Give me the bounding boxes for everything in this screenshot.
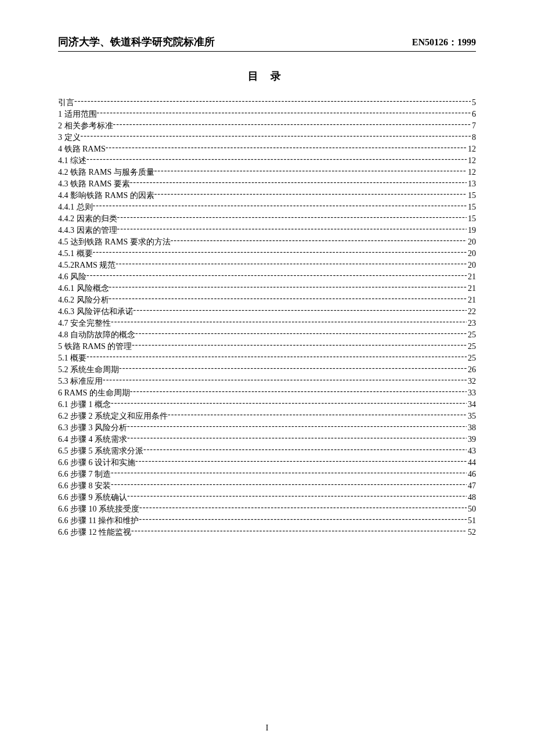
toc-leader [131, 527, 467, 535]
toc-leader [86, 352, 467, 361]
toc-leader [134, 306, 467, 314]
toc-entry-page: 38 [467, 424, 476, 432]
toc-leader [93, 248, 467, 256]
toc-entry: 4.6.2 风险分析21 [58, 294, 476, 304]
toc-entry-page: 21 [467, 296, 476, 304]
toc-entry: 6 RAMS 的生命周期33 [58, 387, 476, 397]
header-right: EN50126：1999 [412, 37, 476, 49]
toc-entry: 4.6.1 风险概念21 [58, 283, 476, 293]
toc-entry-page: 51 [467, 517, 476, 525]
toc-leader [127, 422, 467, 430]
toc-entry: 4.2 铁路 RAMS 与服务质量12 [58, 167, 476, 177]
toc-leader [74, 97, 471, 105]
toc-entry-page: 47 [467, 482, 476, 490]
toc-entry-label: 4.4.1 总则 [58, 203, 93, 211]
toc-entry-label: 5.1 概要 [58, 354, 86, 362]
toc-leader [154, 167, 467, 175]
toc-entry-label: 5 铁路 RAMS 的管理 [58, 343, 132, 351]
toc-leader [81, 132, 471, 140]
toc-entry: 4.1 综述12 [58, 155, 476, 165]
toc-entry-page: 52 [467, 528, 476, 537]
toc-entry: 2 相关参考标准7 [58, 120, 476, 130]
toc-leader [130, 178, 467, 186]
toc-entry-page: 35 [467, 412, 476, 420]
toc-entry-page: 5 [471, 99, 476, 107]
toc-entry-page: 48 [467, 494, 476, 502]
toc-entry: 5.3 标准应用32 [58, 376, 476, 386]
toc-entry-label: 引言 [58, 99, 74, 107]
toc-leader [171, 236, 467, 244]
toc-entry-page: 39 [467, 435, 476, 444]
toc-entry-page: 19 [467, 226, 476, 235]
toc-entry: 6.5 步骤 5 系统需求分派43 [58, 445, 476, 455]
toc-entry-label: 4.6.3 风险评估和承诺 [58, 308, 134, 316]
toc-entry: 4.4.3 因素的管理19 [58, 225, 476, 235]
toc-leader [135, 329, 467, 337]
toc-entry-page: 34 [467, 401, 476, 409]
toc-leader [111, 399, 467, 407]
toc-entry-label: 6.1 步骤 1 概念 [58, 401, 111, 409]
toc-entry: 1 适用范围6 [58, 109, 476, 118]
toc-entry: 引言5 [58, 97, 476, 107]
toc-entry-label: 6.6 步骤 8 安装 [58, 482, 111, 490]
toc-entry-label: 4.2 铁路 RAMS 与服务质量 [58, 168, 154, 177]
toc-entry-label: 4.6.1 风险概念 [58, 285, 109, 293]
toc-entry-label: 4.1 综述 [58, 157, 86, 165]
toc-entry: 5 铁路 RAMS 的管理25 [58, 341, 476, 351]
toc-leader [127, 434, 467, 442]
toc-entry: 6.6 步骤 11 操作和维护51 [58, 515, 476, 525]
toc-leader [117, 213, 467, 221]
toc-leader [117, 225, 467, 233]
toc-entry-page: 21 [467, 273, 476, 281]
toc-entry-label: 6.5 步骤 5 系统需求分派 [58, 447, 143, 455]
toc-entry: 6.2 步骤 2 系统定义和应用条件35 [58, 411, 476, 420]
toc-leader [111, 480, 467, 488]
toc-entry: 4 铁路 RAMS12 [58, 143, 476, 153]
toc-entry-label: 4.4 影响铁路 RAMS 的因素 [58, 192, 154, 200]
toc-entry: 4.7 安全完整性23 [58, 318, 476, 327]
toc-entry-page: 46 [467, 470, 476, 478]
toc-entry-page: 12 [467, 145, 476, 153]
toc-entry: 4.6 风险21 [58, 271, 476, 281]
toc-entry-page: 15 [467, 203, 476, 211]
toc-entry-page: 43 [467, 447, 476, 455]
toc-leader [168, 411, 467, 419]
toc-entry-page: 32 [467, 377, 476, 386]
toc-entry: 4.3 铁路 RAMS 要素13 [58, 178, 476, 188]
toc-entry: 6.6 步骤 7 制造46 [58, 469, 476, 478]
toc-entry-label: 6.6 步骤 6 设计和实施 [58, 459, 135, 467]
toc-entry-label: 6.3 步骤 3 风险分析 [58, 424, 127, 432]
toc-entry-label: 6.2 步骤 2 系统定义和应用条件 [58, 412, 168, 420]
toc-entry-label: 5.2 系统生命周期 [58, 366, 119, 374]
toc-entry: 6.4 步骤 4 系统需求39 [58, 434, 476, 444]
toc-entry-page: 6 [471, 110, 476, 118]
table-of-contents: 引言51 适用范围62 相关参考标准73 定义84 铁路 RAMS124.1 综… [58, 97, 476, 537]
toc-entry-label: 4.5 达到铁路 RAMS 要求的方法 [58, 238, 171, 246]
toc-leader [154, 190, 467, 198]
toc-entry-label: 3 定义 [58, 134, 81, 142]
toc-entry-label: 4 铁路 RAMS [58, 145, 106, 153]
toc-entry: 4.5.2RAMS 规范20 [58, 260, 476, 269]
toc-entry-label: 4.6.2 风险分析 [58, 296, 109, 304]
toc-entry-label: 4.4.2 因素的归类 [58, 215, 117, 223]
toc-entry-label: 4.5.1 概要 [58, 250, 93, 258]
toc-entry: 4.5.1 概要20 [58, 248, 476, 258]
toc-entry-page: 33 [467, 389, 476, 397]
toc-entry-label: 1 适用范围 [58, 110, 97, 118]
toc-leader [135, 457, 467, 465]
toc-entry-page: 21 [467, 285, 476, 293]
toc-entry-page: 20 [467, 261, 476, 269]
toc-entry: 4.6.3 风险评估和承诺22 [58, 306, 476, 316]
toc-entry-label: 4.4.3 因素的管理 [58, 226, 117, 235]
toc-title: 目 录 [58, 69, 476, 83]
toc-entry: 5.1 概要25 [58, 352, 476, 362]
toc-entry-label: 6.6 步骤 9 系统确认 [58, 494, 127, 502]
toc-entry-page: 12 [467, 157, 476, 165]
toc-leader [109, 283, 467, 291]
toc-leader [86, 155, 467, 163]
toc-entry-page: 26 [467, 366, 476, 374]
toc-leader [113, 120, 471, 128]
toc-entry-label: 4.5.2RAMS 规范 [58, 261, 116, 269]
toc-leader [139, 515, 467, 523]
toc-entry-page: 50 [467, 505, 476, 513]
